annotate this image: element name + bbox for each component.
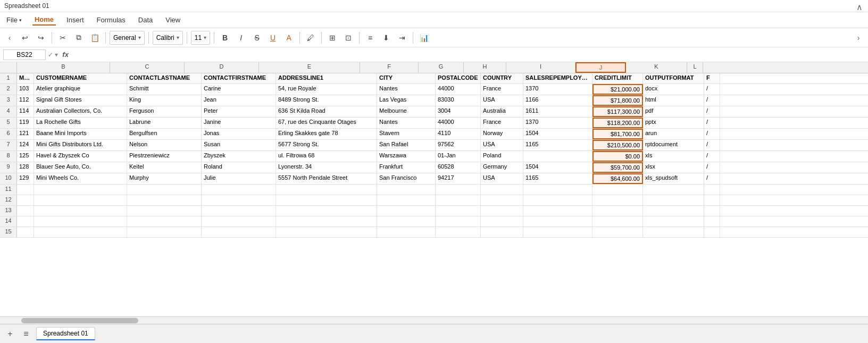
table-cell[interactable]: xls_spudsoft [643,173,704,184]
table-cell[interactable]: Australian Collectors, Co. [34,106,127,117]
table-cell[interactable]: 94217 [436,173,481,184]
col-header-g[interactable]: G [419,62,464,73]
table-cell[interactable]: Ferguson [127,106,202,117]
table-cell[interactable] [202,206,276,216]
nav-right-button[interactable]: › [852,31,865,44]
merge-button[interactable]: ⊡ [341,31,355,45]
table-cell[interactable]: Janine [202,118,276,128]
col-header-d[interactable]: D [185,62,259,73]
table-cell[interactable]: Warszawa [377,151,436,162]
table-cell[interactable]: USA [481,173,523,184]
table-cell[interactable] [34,227,127,237]
highlight-button[interactable]: 🖊 [304,31,318,45]
table-cell[interactable] [523,185,592,195]
table-cell[interactable]: 636 St Kilda Road [276,106,377,117]
table-cell[interactable] [377,227,436,237]
table-cell[interactable] [377,216,436,227]
table-cell[interactable]: 54, rue Royale [276,84,377,95]
table-cell[interactable] [127,195,202,205]
table-cell[interactable] [436,185,481,195]
table-cell[interactable]: 1165 [523,173,592,184]
table-cell[interactable] [34,216,127,227]
table-cell[interactable]: $21,000.00 [592,84,643,95]
table-cell[interactable]: 125 [17,151,34,162]
table-cell[interactable] [202,216,276,227]
table-cell[interactable] [436,195,481,205]
table-cell[interactable] [523,227,592,237]
table-cell[interactable]: Murphy [127,173,202,184]
wrap-button[interactable]: ⇥ [395,31,409,45]
table-cell[interactable]: 114 [17,106,34,117]
table-cell[interactable] [704,195,720,205]
minimize-button[interactable]: ∧ [856,2,863,12]
table-cell[interactable]: $81,700.00 [592,129,643,139]
font-dropdown[interactable]: Calibri ▾ [153,31,183,45]
table-cell[interactable] [704,185,720,195]
border-button[interactable]: ⊞ [326,31,339,45]
nav-left-button[interactable]: ‹ [3,31,16,44]
table-cell[interactable]: 1504 [523,129,592,139]
table-cell[interactable]: $59,700.00 [592,162,643,173]
size-dropdown[interactable]: 11 ▾ [191,31,210,45]
col-header-h[interactable]: H [464,62,506,73]
table-cell[interactable]: Keitel [127,162,202,173]
table-cell[interactable] [481,185,523,195]
sheet-menu-button[interactable]: ≡ [20,328,32,340]
table-cell[interactable]: 103 [17,84,34,95]
table-cell[interactable]: 60528 [436,162,481,173]
formula-input[interactable] [71,50,865,60]
table-cell[interactable]: Nantes [377,84,436,95]
table-cell[interactable] [704,206,720,216]
table-cell[interactable] [592,195,643,205]
table-cell[interactable]: 5557 North Pendale Street [276,173,377,184]
col-header-e[interactable]: E [259,62,360,73]
cut-button[interactable]: ✂ [56,31,70,45]
table-cell[interactable]: CREDITLIMIT [592,73,643,83]
table-cell[interactable]: Labrune [127,118,202,128]
table-cell[interactable] [481,195,523,205]
table-cell[interactable] [34,206,127,216]
menu-formulas[interactable]: Formulas [95,15,128,25]
table-cell[interactable] [523,151,592,162]
menu-insert[interactable]: Insert [64,15,86,25]
table-cell[interactable]: 5677 Strong St. [276,140,377,150]
table-cell[interactable]: 3004 [436,106,481,117]
table-cell[interactable]: Schmitt [127,84,202,95]
menu-file[interactable]: File ▾ [4,15,24,25]
table-cell[interactable]: Bergulfsen [127,129,202,139]
table-cell[interactable]: CITY [377,73,436,83]
table-cell[interactable]: France [481,118,523,128]
table-cell[interactable]: Roland [202,162,276,173]
table-cell[interactable]: 128 [17,162,34,173]
table-cell[interactable]: / [704,151,720,162]
col-header-j[interactable]: J [575,62,626,73]
table-cell[interactable] [704,216,720,227]
table-cell[interactable] [481,227,523,237]
table-cell[interactable]: docx [643,84,704,95]
table-cell[interactable] [127,216,202,227]
table-cell[interactable]: / [704,129,720,139]
col-header-f[interactable]: F [360,62,419,73]
table-cell[interactable] [481,206,523,216]
table-cell[interactable]: Australia [481,106,523,117]
underline-button[interactable]: U [266,31,280,45]
table-cell[interactable]: xls [643,151,704,162]
table-cell[interactable]: pdf [643,106,704,117]
table-cell[interactable]: Jean [202,95,276,106]
table-cell[interactable] [17,216,34,227]
table-cell[interactable] [523,206,592,216]
table-cell[interactable] [592,216,643,227]
table-cell[interactable]: MBER [17,73,34,83]
table-cell[interactable]: 112 [17,95,34,106]
table-cell[interactable] [202,195,276,205]
table-cell[interactable] [276,185,377,195]
table-cell[interactable] [436,216,481,227]
table-cell[interactable]: 67, rue des Cinquante Otages [276,118,377,128]
table-cell[interactable]: SALESREPEMPLOYEENUMBER [523,73,592,83]
table-cell[interactable] [436,206,481,216]
table-cell[interactable]: / [704,106,720,117]
add-sheet-button[interactable]: + [4,328,16,340]
table-cell[interactable] [592,185,643,195]
table-cell[interactable] [704,227,720,237]
table-cell[interactable] [34,195,127,205]
